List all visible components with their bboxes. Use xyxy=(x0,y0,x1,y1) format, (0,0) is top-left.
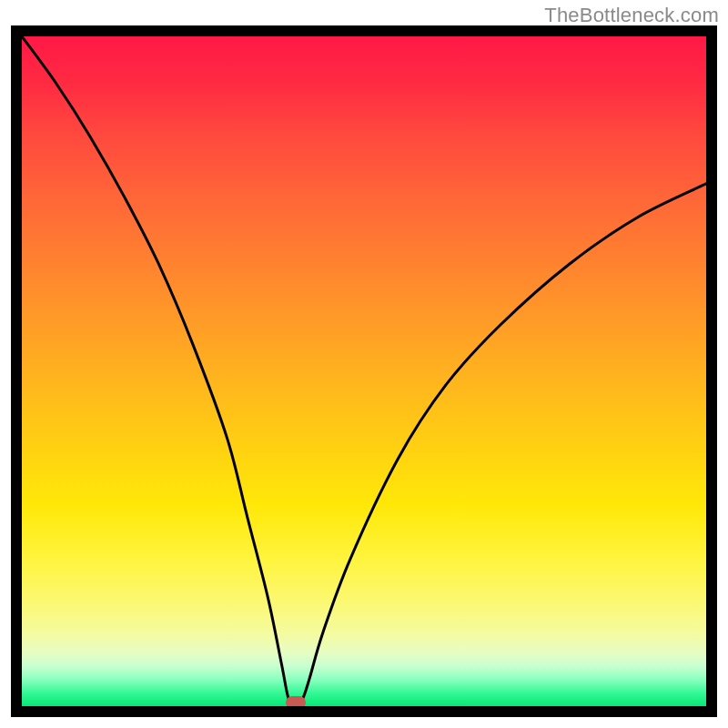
chart-plot-area xyxy=(22,36,706,706)
watermark-text: TheBottleneck.com xyxy=(544,4,719,27)
minimum-marker xyxy=(286,696,306,706)
bottleneck-curve xyxy=(22,36,706,706)
chart-frame xyxy=(11,25,717,717)
